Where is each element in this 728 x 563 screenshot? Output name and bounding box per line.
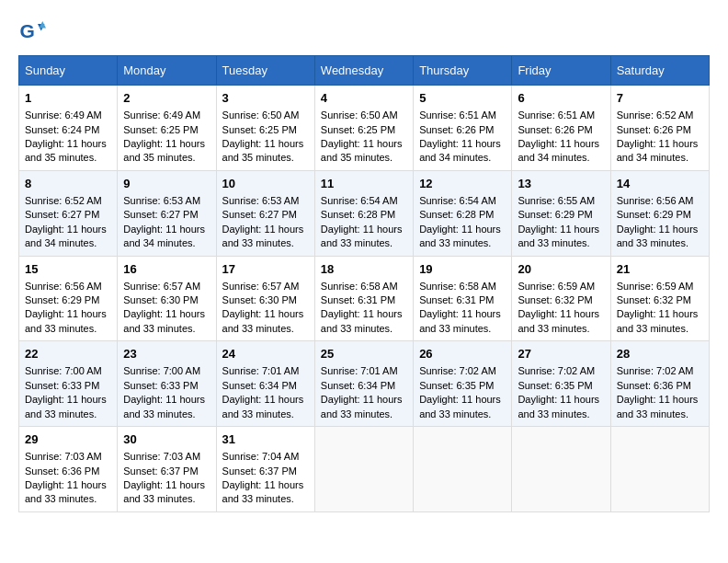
- calendar-table: SundayMondayTuesdayWednesdayThursdayFrid…: [18, 55, 710, 512]
- sunset-text: Sunset: 6:29 PM: [617, 209, 691, 220]
- daylight-text: Daylight: 11 hours and 33 minutes.: [321, 394, 403, 419]
- daylight-text: Daylight: 11 hours and 34 minutes.: [25, 224, 107, 248]
- sunrise-text: Sunrise: 7:01 AM: [321, 365, 398, 376]
- day-number: 3: [222, 90, 309, 107]
- daylight-text: Daylight: 11 hours and 33 minutes.: [419, 224, 501, 248]
- daylight-text: Daylight: 11 hours and 34 minutes.: [123, 224, 205, 248]
- daylight-text: Daylight: 11 hours and 33 minutes.: [321, 308, 403, 333]
- calendar-cell: 10Sunrise: 6:53 AMSunset: 6:27 PMDayligh…: [216, 170, 314, 256]
- calendar-week-row: 15Sunrise: 6:56 AMSunset: 6:29 PMDayligh…: [19, 256, 710, 341]
- calendar-cell: 3Sunrise: 6:50 AMSunset: 6:25 PMDaylight…: [216, 86, 314, 171]
- daylight-text: Daylight: 11 hours and 33 minutes.: [617, 224, 699, 248]
- sunset-text: Sunset: 6:29 PM: [25, 294, 99, 305]
- day-number: 5: [419, 90, 506, 107]
- daylight-text: Daylight: 11 hours and 34 minutes.: [419, 138, 501, 163]
- calendar-cell: [610, 427, 709, 512]
- sunset-text: Sunset: 6:27 PM: [222, 209, 297, 220]
- header-friday: Friday: [512, 56, 610, 86]
- daylight-text: Daylight: 11 hours and 34 minutes.: [518, 138, 599, 163]
- sunrise-text: Sunrise: 6:57 AM: [123, 281, 200, 292]
- sunset-text: Sunset: 6:30 PM: [222, 294, 297, 305]
- sunrise-text: Sunrise: 7:00 AM: [25, 365, 102, 376]
- daylight-text: Daylight: 11 hours and 33 minutes.: [617, 308, 699, 333]
- calendar-header-row: SundayMondayTuesdayWednesdayThursdayFrid…: [19, 56, 710, 86]
- calendar-cell: 6Sunrise: 6:51 AMSunset: 6:26 PMDaylight…: [512, 86, 610, 171]
- page-header: G: [18, 18, 710, 46]
- sunset-text: Sunset: 6:36 PM: [25, 465, 99, 477]
- day-number: 31: [222, 431, 309, 448]
- calendar-cell: [314, 427, 413, 512]
- sunrise-text: Sunrise: 7:01 AM: [222, 365, 300, 376]
- header-wednesday: Wednesday: [314, 56, 413, 86]
- sunset-text: Sunset: 6:28 PM: [419, 209, 494, 220]
- daylight-text: Daylight: 11 hours and 33 minutes.: [518, 394, 599, 419]
- logo-icon: G: [18, 18, 46, 46]
- daylight-text: Daylight: 11 hours and 33 minutes.: [222, 479, 304, 504]
- day-number: 21: [617, 261, 703, 278]
- daylight-text: Daylight: 11 hours and 33 minutes.: [222, 394, 304, 419]
- calendar-cell: 23Sunrise: 7:00 AMSunset: 6:33 PMDayligh…: [118, 341, 216, 427]
- sunset-text: Sunset: 6:26 PM: [518, 124, 592, 135]
- sunset-text: Sunset: 6:32 PM: [518, 294, 592, 305]
- calendar-cell: 17Sunrise: 6:57 AMSunset: 6:30 PMDayligh…: [216, 256, 314, 341]
- daylight-text: Daylight: 11 hours and 33 minutes.: [222, 224, 304, 248]
- calendar-week-row: 22Sunrise: 7:00 AMSunset: 6:33 PMDayligh…: [19, 341, 710, 427]
- sunrise-text: Sunrise: 7:03 AM: [25, 451, 102, 462]
- daylight-text: Daylight: 11 hours and 33 minutes.: [419, 308, 501, 333]
- day-number: 6: [518, 90, 604, 107]
- day-number: 4: [321, 90, 407, 107]
- calendar-cell: 16Sunrise: 6:57 AMSunset: 6:30 PMDayligh…: [118, 256, 216, 341]
- sunset-text: Sunset: 6:26 PM: [617, 124, 691, 135]
- calendar-cell: 15Sunrise: 6:56 AMSunset: 6:29 PMDayligh…: [19, 256, 118, 341]
- daylight-text: Daylight: 11 hours and 33 minutes.: [25, 479, 107, 504]
- day-number: 26: [419, 346, 506, 362]
- day-number: 2: [123, 90, 210, 107]
- daylight-text: Daylight: 11 hours and 33 minutes.: [419, 394, 501, 419]
- sunset-text: Sunset: 6:32 PM: [617, 294, 691, 305]
- calendar-cell: 14Sunrise: 6:56 AMSunset: 6:29 PMDayligh…: [610, 170, 709, 256]
- sunrise-text: Sunrise: 6:58 AM: [419, 281, 496, 292]
- calendar-cell: 12Sunrise: 6:54 AMSunset: 6:28 PMDayligh…: [414, 170, 512, 256]
- day-number: 14: [617, 176, 703, 192]
- sunrise-text: Sunrise: 6:58 AM: [321, 281, 398, 292]
- day-number: 8: [25, 176, 111, 192]
- daylight-text: Daylight: 11 hours and 33 minutes.: [25, 308, 107, 333]
- sunset-text: Sunset: 6:34 PM: [321, 380, 395, 391]
- header-sunday: Sunday: [19, 56, 118, 86]
- sunset-text: Sunset: 6:31 PM: [419, 294, 494, 305]
- calendar-cell: 2Sunrise: 6:49 AMSunset: 6:25 PMDaylight…: [118, 86, 216, 171]
- calendar-cell: 5Sunrise: 6:51 AMSunset: 6:26 PMDaylight…: [414, 86, 512, 171]
- sunset-text: Sunset: 6:25 PM: [321, 124, 395, 135]
- sunrise-text: Sunrise: 6:53 AM: [222, 195, 300, 206]
- calendar-cell: 18Sunrise: 6:58 AMSunset: 6:31 PMDayligh…: [314, 256, 413, 341]
- sunset-text: Sunset: 6:37 PM: [123, 465, 198, 477]
- calendar-cell: 13Sunrise: 6:55 AMSunset: 6:29 PMDayligh…: [512, 170, 610, 256]
- daylight-text: Daylight: 11 hours and 35 minutes.: [222, 138, 304, 163]
- day-number: 11: [321, 176, 407, 192]
- sunrise-text: Sunrise: 7:02 AM: [617, 365, 694, 376]
- day-number: 7: [617, 90, 703, 107]
- day-number: 10: [222, 176, 309, 192]
- daylight-text: Daylight: 11 hours and 34 minutes.: [617, 138, 699, 163]
- sunrise-text: Sunrise: 6:51 AM: [419, 109, 496, 121]
- calendar-week-row: 29Sunrise: 7:03 AMSunset: 6:36 PMDayligh…: [19, 427, 710, 512]
- daylight-text: Daylight: 11 hours and 33 minutes.: [222, 308, 304, 333]
- sunset-text: Sunset: 6:29 PM: [518, 209, 592, 220]
- calendar-cell: 20Sunrise: 6:59 AMSunset: 6:32 PMDayligh…: [512, 256, 610, 341]
- day-number: 12: [419, 176, 506, 192]
- sunset-text: Sunset: 6:26 PM: [419, 124, 494, 135]
- calendar-cell: 26Sunrise: 7:02 AMSunset: 6:35 PMDayligh…: [414, 341, 512, 427]
- calendar-cell: 19Sunrise: 6:58 AMSunset: 6:31 PMDayligh…: [414, 256, 512, 341]
- daylight-text: Daylight: 11 hours and 35 minutes.: [321, 138, 403, 163]
- sunrise-text: Sunrise: 7:03 AM: [123, 451, 200, 462]
- day-number: 28: [617, 346, 703, 362]
- sunrise-text: Sunrise: 6:50 AM: [222, 109, 300, 121]
- calendar-cell: [414, 427, 512, 512]
- daylight-text: Daylight: 11 hours and 33 minutes.: [123, 394, 205, 419]
- day-number: 15: [25, 261, 111, 278]
- sunset-text: Sunset: 6:31 PM: [321, 294, 395, 305]
- calendar-cell: 9Sunrise: 6:53 AMSunset: 6:27 PMDaylight…: [118, 170, 216, 256]
- calendar-cell: 7Sunrise: 6:52 AMSunset: 6:26 PMDaylight…: [610, 86, 709, 171]
- sunrise-text: Sunrise: 6:53 AM: [123, 195, 200, 206]
- sunset-text: Sunset: 6:34 PM: [222, 380, 297, 391]
